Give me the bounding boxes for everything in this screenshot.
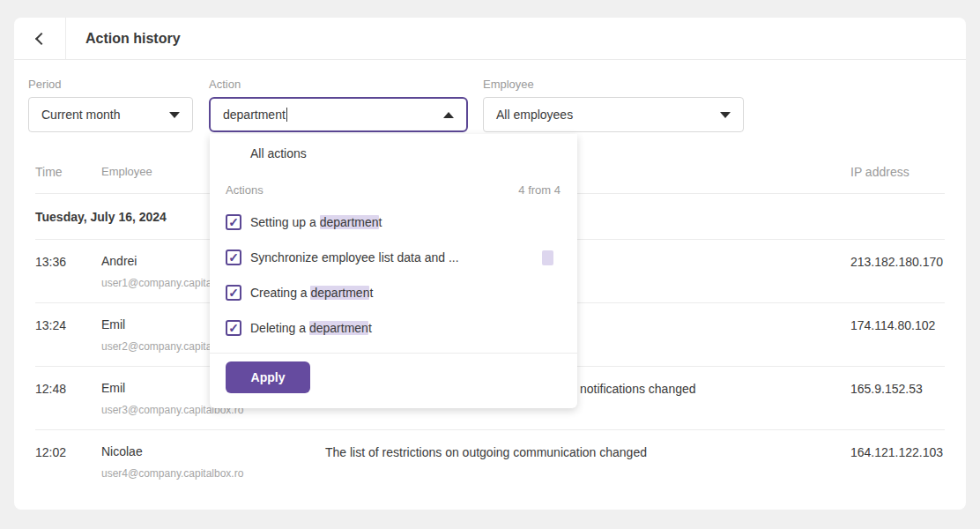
search-match-highlight: departmen <box>310 286 369 300</box>
employee-select[interactable]: All employees <box>483 97 744 132</box>
truncated-match-highlight <box>542 250 553 265</box>
checkbox-checked[interactable]: ✓ <box>226 214 241 230</box>
period-label: Period <box>28 78 62 91</box>
chevron-left-icon <box>35 33 48 45</box>
row-ip: 213.182.180.170 <box>850 255 945 302</box>
option-label: Deleting a department <box>250 321 372 335</box>
checkmark-icon: ✓ <box>228 251 239 264</box>
table-row: 12:02 Nicolae user4@company.capitalbox.r… <box>35 430 945 494</box>
row-time: 13:36 <box>35 255 101 302</box>
row-time: 12:48 <box>35 382 101 429</box>
action-history-panel: Action history Period Action Employee Cu… <box>14 18 966 510</box>
row-employee-email: user4@company.capitalbox.ro <box>101 467 325 480</box>
option-label: Synchronize employee list data and ... <box>250 250 459 264</box>
checkbox-checked[interactable]: ✓ <box>226 250 241 265</box>
dropdown-item-all-actions[interactable]: All actions <box>210 138 577 169</box>
chevron-up-icon <box>443 112 454 118</box>
option-label: Creating a department <box>250 286 373 300</box>
checkmark-icon: ✓ <box>228 322 239 334</box>
action-filter-input[interactable]: department <box>209 97 468 132</box>
text-caret <box>286 108 287 122</box>
checkbox-checked[interactable]: ✓ <box>226 285 241 301</box>
page-title: Action history <box>85 18 181 60</box>
checkmark-icon: ✓ <box>228 287 239 299</box>
row-time: 13:24 <box>35 318 101 366</box>
checkmark-icon: ✓ <box>228 216 239 228</box>
chevron-down-icon <box>720 112 731 118</box>
apply-button[interactable]: Apply <box>226 361 310 393</box>
search-match-highlight: departmen <box>320 215 379 229</box>
back-button[interactable] <box>14 18 66 60</box>
dropdown-divider <box>210 353 577 354</box>
action-input-text: department <box>223 108 287 122</box>
search-match-highlight: departmen <box>309 321 368 335</box>
dropdown-option-creating-department[interactable]: ✓ Creating a department <box>226 275 561 310</box>
checkbox-checked[interactable]: ✓ <box>226 320 241 336</box>
dropdown-option-synchronize-employee-list[interactable]: ✓ Synchronize employee list data and ... <box>226 240 561 275</box>
action-label: Action <box>209 78 241 91</box>
option-label: Setting up a department <box>250 215 382 229</box>
employee-label: Employee <box>483 78 534 91</box>
employee-select-value: All employees <box>496 108 573 122</box>
row-ip: 174.114.80.102 <box>850 318 945 366</box>
chevron-down-icon <box>169 112 180 118</box>
dropdown-result-count: 4 from 4 <box>518 183 561 197</box>
action-filter-dropdown: All actions Actions 4 from 4 ✓ Setting u… <box>210 134 577 408</box>
row-ip: 164.121.122.103 <box>850 445 945 494</box>
row-ip: 165.9.152.53 <box>850 382 945 429</box>
dropdown-option-setting-up-department[interactable]: ✓ Setting up a department <box>226 205 561 240</box>
period-select-value: Current month <box>41 108 120 122</box>
top-bar: Action history <box>14 18 966 60</box>
col-header-time: Time <box>35 165 101 179</box>
row-action-text: The list of restrictions on outgoing com… <box>325 445 850 494</box>
dropdown-section-header: Actions 4 from 4 <box>226 183 561 197</box>
row-time: 12:02 <box>35 445 101 494</box>
dropdown-section-title: Actions <box>226 183 264 197</box>
dropdown-option-deleting-department[interactable]: ✓ Deleting a department <box>226 310 561 346</box>
period-select[interactable]: Current month <box>28 97 193 132</box>
row-employee-name: Nicolae <box>101 445 325 458</box>
col-header-ip: IP address <box>850 165 945 179</box>
